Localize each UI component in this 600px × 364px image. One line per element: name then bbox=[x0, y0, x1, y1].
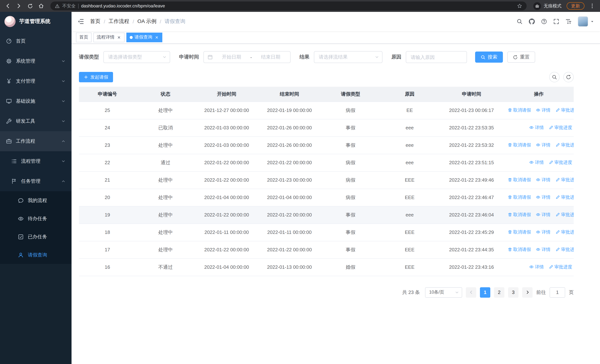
font-size-button[interactable] bbox=[565, 19, 572, 24]
cancel-leave-link[interactable]: 取消请假 bbox=[507, 229, 531, 235]
detail-link[interactable]: 详情 bbox=[536, 107, 551, 113]
result-select[interactable]: 请选择流结果 bbox=[314, 51, 383, 63]
page-size-select[interactable]: 10条/页 bbox=[425, 287, 462, 298]
page-button-1[interactable]: 1 bbox=[480, 287, 490, 298]
close-icon[interactable] bbox=[116, 35, 121, 40]
sidebar-item-label: 系统管理 bbox=[16, 58, 35, 65]
detail-link[interactable]: 详情 bbox=[529, 125, 544, 131]
cell-leave-type: 病假 bbox=[321, 189, 380, 206]
tab-label: 请假查询 bbox=[134, 34, 152, 40]
search-button[interactable]: 搜索 bbox=[475, 52, 503, 63]
page-button-2[interactable]: 2 bbox=[494, 287, 504, 298]
cell-end-time: 2022-01-22 00:00:00 bbox=[258, 154, 321, 171]
sidebar-item-payment-management[interactable]: 支付管理 bbox=[0, 71, 72, 91]
tab-leave-query[interactable]: 请假查询 bbox=[126, 32, 162, 42]
create-leave-button[interactable]: 发起请假 bbox=[79, 72, 113, 82]
edit-icon bbox=[555, 213, 560, 217]
goto-label: 前往 bbox=[536, 289, 546, 296]
detail-link[interactable]: 详情 bbox=[536, 177, 551, 183]
cell-actions: 取消请假 详情 审批进度 bbox=[504, 241, 574, 258]
approval-progress-link[interactable]: 审批进度 bbox=[555, 107, 574, 113]
flag-icon bbox=[11, 178, 17, 184]
breadcrumb-item[interactable]: OA 示例 bbox=[138, 18, 157, 25]
toggle-search-button[interactable] bbox=[549, 72, 560, 82]
cancel-leave-link[interactable]: 取消请假 bbox=[507, 107, 531, 113]
approval-progress-link[interactable]: 审批进度 bbox=[549, 125, 572, 131]
page-button-3[interactable]: 3 bbox=[508, 287, 518, 298]
browser-menu-button[interactable] bbox=[587, 1, 597, 11]
sidebar-item-system-management[interactable]: 系统管理 bbox=[0, 51, 72, 71]
tab-home[interactable]: 首页 bbox=[76, 32, 92, 42]
reset-button[interactable]: 重置 bbox=[507, 52, 535, 63]
github-link[interactable] bbox=[529, 19, 535, 24]
cell-end-time: 2022-01-26 00:00:00 bbox=[258, 136, 321, 154]
cancel-leave-link[interactable]: 取消请假 bbox=[507, 194, 531, 201]
bookmark-star-icon[interactable] bbox=[517, 3, 522, 9]
sidebar-item-leave-query[interactable]: 请假查询 bbox=[0, 246, 72, 264]
table-row: 23 处理中 2022-01-03 00:00:00 2022-01-26 00… bbox=[79, 136, 574, 154]
approval-progress-link[interactable]: 审批进度 bbox=[549, 264, 572, 270]
close-icon[interactable] bbox=[154, 35, 159, 40]
approval-progress-link[interactable]: 审批进度 bbox=[555, 229, 574, 235]
detail-link[interactable]: 详情 bbox=[536, 246, 551, 253]
prev-page-button[interactable] bbox=[466, 287, 476, 298]
cell-apply-time: 2022-01-22 23:53:35 bbox=[439, 119, 504, 136]
reload-icon bbox=[27, 3, 33, 9]
approval-progress-link[interactable]: 审批进度 bbox=[555, 246, 574, 253]
sidebar-item-infrastructure[interactable]: 基础设施 bbox=[0, 91, 72, 111]
help-button[interactable] bbox=[541, 19, 547, 24]
approval-progress-link[interactable]: 审批进度 bbox=[555, 177, 574, 183]
browser-home-button[interactable] bbox=[36, 1, 46, 11]
trash-icon bbox=[507, 247, 512, 252]
sidebar-item-process-management[interactable]: 流程管理 bbox=[0, 151, 72, 171]
approval-progress-link[interactable]: 审批进度 bbox=[555, 142, 574, 148]
browser-back-button[interactable] bbox=[3, 1, 13, 11]
detail-link[interactable]: 详情 bbox=[536, 229, 551, 235]
detail-link[interactable]: 详情 bbox=[536, 212, 551, 218]
sidebar: 芋道管理系统 首页 系统管理 支付管理 基础设施 bbox=[0, 12, 72, 364]
detail-link[interactable]: 详情 bbox=[536, 142, 551, 148]
cancel-leave-link[interactable]: 取消请假 bbox=[507, 142, 531, 148]
next-page-button[interactable] bbox=[522, 287, 533, 298]
approval-progress-link[interactable]: 审批进度 bbox=[555, 212, 574, 218]
sidebar-item-finished-tasks[interactable]: 已办任务 bbox=[0, 228, 72, 246]
fullscreen-icon bbox=[553, 19, 559, 24]
sidebar-item-task-management[interactable]: 任务管理 bbox=[0, 171, 72, 191]
sidebar-collapse-button[interactable] bbox=[77, 18, 84, 25]
goto-page-input[interactable] bbox=[550, 287, 565, 298]
sidebar-item-home[interactable]: 首页 bbox=[0, 31, 72, 51]
eye-icon bbox=[529, 160, 534, 165]
sidebar-item-label: 研发工具 bbox=[16, 118, 35, 125]
user-menu[interactable] bbox=[578, 16, 594, 27]
cell-leave-type: 病假 bbox=[321, 102, 380, 119]
browser-update-chip[interactable]: 更新 bbox=[567, 2, 584, 10]
detail-link[interactable]: 详情 bbox=[529, 159, 544, 166]
filter-result: 结果 请选择流结果 bbox=[300, 51, 383, 63]
browser-reload-button[interactable] bbox=[25, 1, 35, 11]
refresh-table-button[interactable] bbox=[563, 72, 574, 82]
cancel-leave-link[interactable]: 取消请假 bbox=[507, 246, 531, 253]
approval-progress-link[interactable]: 审批进度 bbox=[549, 159, 572, 166]
cancel-leave-link[interactable]: 取消请假 bbox=[507, 212, 531, 218]
breadcrumb-item[interactable]: 首页 bbox=[90, 18, 100, 25]
action-label: 详情 bbox=[542, 212, 551, 218]
sidebar-item-workflow[interactable]: 工作流程 bbox=[0, 131, 72, 151]
date-range-picker[interactable]: 开始日期 - 结束日期 bbox=[204, 51, 291, 63]
reason-input[interactable] bbox=[406, 51, 467, 63]
header-search-button[interactable] bbox=[517, 19, 523, 24]
approval-progress-link[interactable]: 审批进度 bbox=[555, 194, 574, 201]
detail-link[interactable]: 详情 bbox=[536, 194, 551, 201]
action-label: 详情 bbox=[535, 264, 544, 270]
browser-forward-button[interactable] bbox=[14, 1, 24, 11]
detail-link[interactable]: 详情 bbox=[529, 264, 544, 270]
sidebar-item-dev-tools[interactable]: 研发工具 bbox=[0, 111, 72, 131]
tab-process-detail[interactable]: 流程详情 bbox=[94, 32, 124, 42]
breadcrumb-item[interactable]: 工作流程 bbox=[109, 18, 129, 25]
fullscreen-button[interactable] bbox=[553, 19, 559, 24]
leave-type-select[interactable]: 请选择请假类型 bbox=[103, 51, 170, 63]
sidebar-item-my-processes[interactable]: 我的流程 bbox=[0, 191, 72, 209]
address-bar[interactable]: 不安全 dashboard.yudao.iocoder.cn/bpm/oa/le… bbox=[50, 1, 527, 10]
calendar-icon bbox=[207, 55, 213, 60]
cancel-leave-link[interactable]: 取消请假 bbox=[507, 177, 531, 183]
sidebar-item-todo-tasks[interactable]: 待办任务 bbox=[0, 209, 72, 228]
